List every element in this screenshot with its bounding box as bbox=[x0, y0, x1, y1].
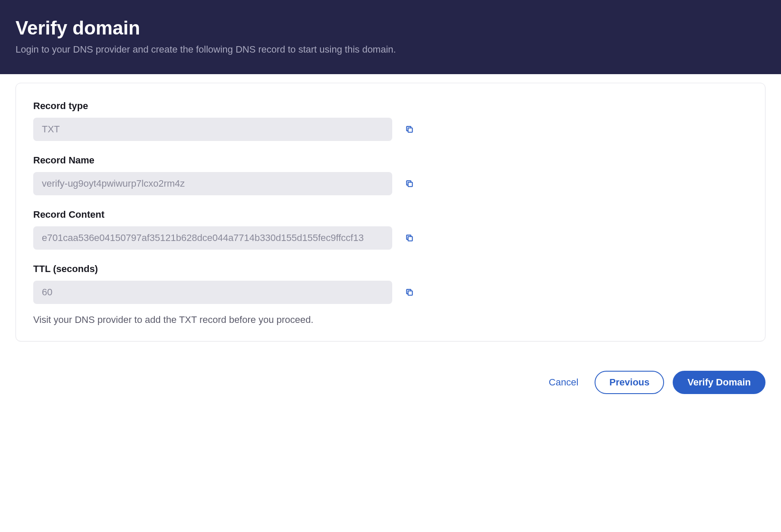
previous-button[interactable]: Previous bbox=[595, 371, 664, 394]
record-name-row bbox=[33, 172, 748, 195]
record-content-input[interactable] bbox=[33, 226, 392, 250]
record-content-group: Record Content bbox=[33, 209, 748, 250]
record-name-input[interactable] bbox=[33, 172, 392, 195]
page-header: Verify domain Login to your DNS provider… bbox=[0, 0, 781, 74]
content-area: Record type Record Name bbox=[0, 74, 781, 357]
record-content-label: Record Content bbox=[33, 209, 748, 220]
record-type-group: Record type bbox=[33, 100, 748, 141]
record-type-input[interactable] bbox=[33, 118, 392, 141]
verify-domain-button[interactable]: Verify Domain bbox=[673, 371, 765, 394]
record-name-label: Record Name bbox=[33, 155, 748, 166]
svg-rect-2 bbox=[408, 237, 413, 241]
record-content-row bbox=[33, 226, 748, 250]
copy-icon bbox=[405, 125, 414, 134]
record-name-group: Record Name bbox=[33, 155, 748, 195]
cancel-button[interactable]: Cancel bbox=[541, 372, 586, 393]
svg-rect-3 bbox=[408, 291, 413, 295]
copy-icon bbox=[405, 234, 414, 242]
record-type-label: Record type bbox=[33, 100, 748, 112]
svg-rect-1 bbox=[408, 182, 413, 187]
helper-text: Visit your DNS provider to add the TXT r… bbox=[33, 314, 748, 325]
copy-ttl-button[interactable] bbox=[403, 285, 416, 299]
footer-actions: Cancel Previous Verify Domain bbox=[0, 357, 781, 410]
copy-icon bbox=[405, 179, 414, 188]
dns-record-card: Record type Record Name bbox=[16, 83, 765, 341]
copy-icon bbox=[405, 288, 414, 297]
copy-record-content-button[interactable] bbox=[403, 231, 416, 245]
ttl-input[interactable] bbox=[33, 281, 392, 304]
copy-record-name-button[interactable] bbox=[403, 177, 416, 191]
record-type-row bbox=[33, 118, 748, 141]
ttl-group: TTL (seconds) bbox=[33, 263, 748, 304]
ttl-label: TTL (seconds) bbox=[33, 263, 748, 275]
copy-record-type-button[interactable] bbox=[403, 122, 416, 136]
svg-rect-0 bbox=[408, 128, 413, 132]
page-subtitle: Login to your DNS provider and create th… bbox=[16, 44, 765, 55]
ttl-row bbox=[33, 281, 748, 304]
page-title: Verify domain bbox=[16, 17, 765, 39]
